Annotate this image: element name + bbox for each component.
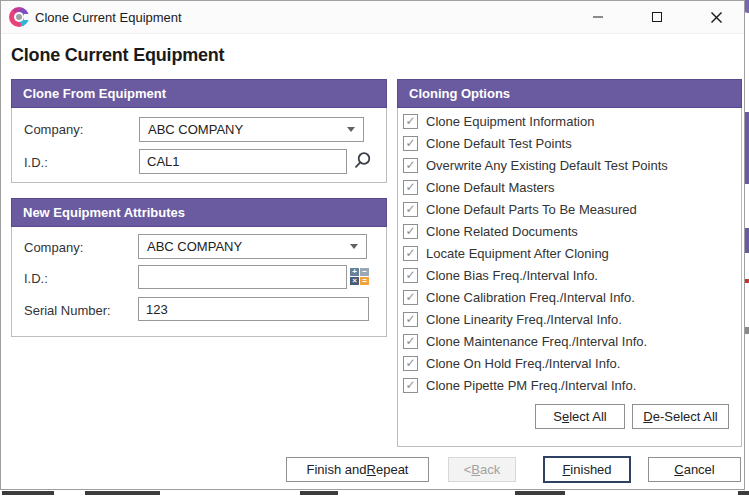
checkbox[interactable]: [403, 158, 418, 173]
new-id-label: I.D.:: [24, 271, 48, 286]
page-title: Clone Current Equipment: [11, 45, 224, 66]
cloning-options-header: Cloning Options: [397, 79, 742, 108]
cloning-option-row[interactable]: Locate Equipment After Cloning: [398, 242, 741, 264]
clone-from-equipment-header: Clone From Equipment: [11, 79, 387, 108]
chevron-down-icon: [347, 127, 355, 136]
calc-plus-icon: +: [350, 268, 359, 276]
calc-minus-icon: −: [360, 268, 369, 276]
cloning-option-row[interactable]: Overwrite Any Existing Default Test Poin…: [398, 154, 741, 176]
background-window-fragment: [745, 228, 749, 253]
background-text-fragment: [300, 491, 338, 495]
option-label: Clone Maintenance Freq./Interval Info.: [426, 334, 647, 349]
checkbox[interactable]: [403, 224, 418, 239]
clone-from-company-dropdown[interactable]: ABC COMPANY: [139, 117, 364, 142]
calc-equals-icon: =: [360, 277, 369, 285]
background-text-fragment: [515, 491, 565, 495]
option-label: Clone Equipment Information: [426, 114, 594, 129]
cloning-option-row[interactable]: Clone Pipette PM Freq./Interval Info.: [398, 374, 741, 396]
clone-current-equipment-dialog: Clone Current Equipment Clone Current Eq…: [0, 0, 745, 490]
option-label: Overwrite Any Existing Default Test Poin…: [426, 158, 668, 173]
clone-from-id-label: I.D.:: [24, 155, 48, 170]
checkbox[interactable]: [403, 114, 418, 129]
cloning-option-row[interactable]: Clone Default Test Points: [398, 132, 741, 154]
cloning-options-list: Clone Equipment Information Clone Defaul…: [398, 110, 741, 396]
cloning-options-group: Cloning Options Clone Equipment Informat…: [397, 79, 742, 447]
clone-from-equipment-group: Clone From Equipment Company: ABC COMPAN…: [11, 79, 387, 183]
minimize-icon: [592, 11, 604, 23]
cancel-button[interactable]: Cancel: [648, 457, 741, 482]
chevron-down-icon: [350, 244, 358, 253]
clone-from-company-label: Company:: [24, 122, 83, 137]
cloning-option-row[interactable]: Clone Equipment Information: [398, 110, 741, 132]
cloning-option-row[interactable]: Clone Default Masters: [398, 176, 741, 198]
background-window-fragment: [745, 112, 749, 184]
new-company-label: Company:: [24, 240, 83, 255]
close-button[interactable]: [693, 1, 739, 33]
close-icon: [710, 11, 723, 24]
option-label: Clone On Hold Freq./Interval Info.: [426, 356, 620, 371]
minimize-button[interactable]: [575, 1, 621, 33]
background-text-fragment: [2, 491, 54, 495]
checkbox[interactable]: [403, 334, 418, 349]
option-label: Clone Linearity Freq./Interval Info.: [426, 312, 622, 327]
clone-from-id-input[interactable]: [139, 149, 347, 174]
checkbox[interactable]: [403, 378, 418, 393]
option-label: Clone Calibration Freq./Interval Info.: [426, 290, 635, 305]
cloning-option-row[interactable]: Clone Maintenance Freq./Interval Info.: [398, 330, 741, 352]
background-text-fragment: [738, 491, 749, 495]
cloning-option-row[interactable]: Clone On Hold Freq./Interval Info.: [398, 352, 741, 374]
background-text-fragment: [85, 491, 160, 495]
cloning-option-row[interactable]: Clone Default Parts To Be Measured: [398, 198, 741, 220]
option-label: Clone Default Parts To Be Measured: [426, 202, 637, 217]
new-equipment-attributes-header: New Equipment Attributes: [11, 198, 387, 227]
cloning-option-row[interactable]: Clone Bias Freq./Interval Info.: [398, 264, 741, 286]
option-label: Clone Default Masters: [426, 180, 555, 195]
option-label: Clone Pipette PM Freq./Interval Info.: [426, 378, 636, 393]
maximize-icon: [651, 11, 663, 23]
option-label: Locate Equipment After Cloning: [426, 246, 609, 261]
option-label: Clone Bias Freq./Interval Info.: [426, 268, 598, 283]
title-bar: Clone Current Equipment: [1, 1, 744, 34]
auto-number-calculator-icon[interactable]: + − × =: [350, 268, 369, 286]
serial-number-label: Serial Number:: [24, 303, 111, 318]
option-label: Clone Default Test Points: [426, 136, 572, 151]
option-label: Clone Related Documents: [426, 224, 578, 239]
serial-number-input[interactable]: [138, 297, 369, 321]
background-window-fragment: [745, 327, 749, 334]
finish-and-repeat-button[interactable]: Finish and Repeat: [286, 457, 429, 482]
clone-from-company-value: ABC COMPANY: [148, 122, 243, 137]
select-all-button[interactable]: Select All: [535, 404, 625, 429]
maximize-button[interactable]: [634, 1, 680, 33]
window-title: Clone Current Equipment: [35, 1, 182, 33]
cloning-option-row[interactable]: Clone Related Documents: [398, 220, 741, 242]
background-window-fragment: [745, 279, 749, 283]
new-equipment-attributes-group: New Equipment Attributes Company: ABC CO…: [11, 198, 387, 337]
deselect-all-button[interactable]: De-Select All: [632, 404, 729, 429]
checkbox[interactable]: [403, 290, 418, 305]
app-logo-icon: [9, 7, 29, 27]
checkbox[interactable]: [403, 356, 418, 371]
cloning-option-row[interactable]: Clone Calibration Freq./Interval Info.: [398, 286, 741, 308]
calc-multiply-icon: ×: [350, 277, 359, 285]
checkbox[interactable]: [403, 312, 418, 327]
search-icon[interactable]: [353, 151, 372, 174]
checkbox[interactable]: [403, 202, 418, 217]
checkbox[interactable]: [403, 268, 418, 283]
checkbox[interactable]: [403, 136, 418, 151]
finished-button[interactable]: Finished: [543, 456, 631, 483]
new-company-value: ABC COMPANY: [147, 239, 242, 254]
checkbox[interactable]: [403, 180, 418, 195]
back-button[interactable]: < Back: [448, 457, 516, 482]
new-company-dropdown[interactable]: ABC COMPANY: [138, 234, 367, 259]
cloning-option-row[interactable]: Clone Linearity Freq./Interval Info.: [398, 308, 741, 330]
new-id-input[interactable]: [138, 265, 347, 289]
checkbox[interactable]: [403, 246, 418, 261]
